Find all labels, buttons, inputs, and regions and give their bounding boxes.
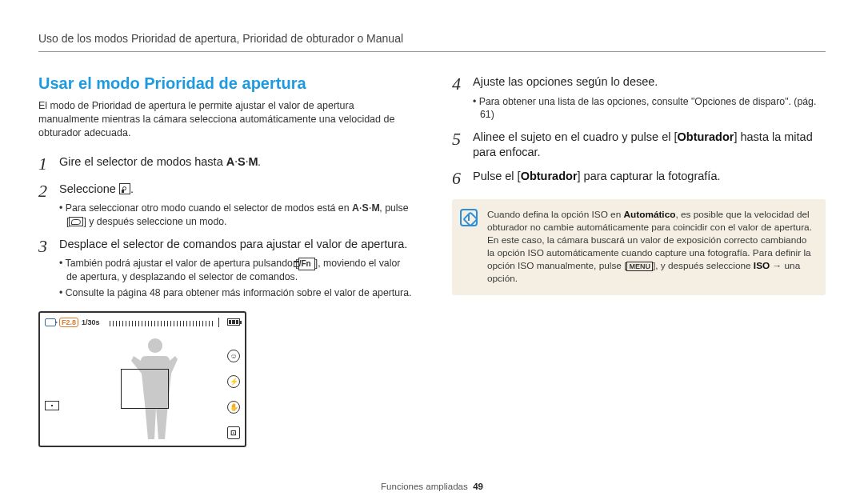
step-text: Seleccione xyxy=(59,182,119,195)
face-detect-icon: ☺ xyxy=(227,350,240,362)
aperture-mode-icon xyxy=(119,183,130,194)
step-bullet: También podrá ajustar el valor de apertu… xyxy=(59,257,412,283)
header-rule xyxy=(38,51,826,52)
info-icon xyxy=(460,209,478,226)
asm-icon: A·S·M xyxy=(352,202,379,214)
step-bullet: Consulte la página 48 para obtener más i… xyxy=(59,286,412,300)
footer-page-number: 49 xyxy=(473,482,483,491)
movie-icon xyxy=(45,318,56,326)
page-footer: Funciones ampliadas 49 xyxy=(0,482,864,491)
step-number: 3 xyxy=(38,237,59,300)
left-column: Usar el modo Prioridad de apertura El mo… xyxy=(38,74,412,447)
step-number: 6 xyxy=(452,169,473,188)
step-text: Pulse el [Obturador] para capturar la fo… xyxy=(473,170,720,182)
step-bullet: Para obtener una lista de las opciones, … xyxy=(473,95,826,122)
step-1: 1 Gire el selector de modos hasta A·S·M. xyxy=(38,154,412,174)
focus-bracket xyxy=(121,369,169,409)
step-text: Alinee el sujeto en el cuadro y pulse el… xyxy=(473,130,813,159)
step-bullet: Para seleccionar otro modo cuando el sel… xyxy=(59,202,412,228)
stabilizer-icon: ✋ xyxy=(227,401,240,414)
step-text-after: . xyxy=(130,182,134,195)
right-column: 4 Ajuste las opciones según lo desee. Pa… xyxy=(452,74,826,447)
page-header: Uso de los modos Prioridad de apertura, … xyxy=(38,32,826,45)
flash-icon: ⚡ xyxy=(227,375,240,388)
step-text-after: . xyxy=(258,155,261,168)
step-4: 4 Ajuste las opciones según lo desee. Pa… xyxy=(452,74,826,122)
step-6: 6 Pulse el [Obturador] para capturar la … xyxy=(452,169,826,188)
step-2: 2 Seleccione . Para seleccionar otro mod… xyxy=(38,182,412,229)
shutter-readout: 1/30s xyxy=(82,318,100,326)
section-title: Usar el modo Prioridad de apertura xyxy=(38,74,412,93)
step-text: Desplace el selector de comandos para aj… xyxy=(59,238,407,250)
step-text: Ajuste las opciones según lo desee. xyxy=(473,75,658,88)
footer-section: Funciones ampliadas xyxy=(381,482,468,491)
exposure-scale xyxy=(106,318,210,326)
asm-icon: A·S·M xyxy=(226,155,258,168)
info-note: Cuando defina la opción ISO en Automátic… xyxy=(452,199,826,295)
step-5: 5 Alinee el sujeto en el cuadro y pulse … xyxy=(452,130,826,161)
step-number: 1 xyxy=(38,154,59,174)
back-key-icon xyxy=(69,217,83,226)
note-text: Cuando defina la opción ISO en Automátic… xyxy=(487,209,812,284)
af-point-icon xyxy=(45,401,59,410)
divider xyxy=(218,318,219,327)
step-number: 2 xyxy=(38,182,59,229)
trash-fn-key-icon: /Fn xyxy=(298,258,315,270)
battery-icon xyxy=(227,318,240,326)
step-number: 5 xyxy=(452,130,473,161)
step-number: 4 xyxy=(452,74,473,122)
step-text: Gire el selector de modos hasta xyxy=(59,155,226,168)
menu-key-icon: MENU xyxy=(626,262,653,271)
metering-icon: ⊡ xyxy=(227,426,240,439)
step-3: 3 Desplace el selector de comandos para … xyxy=(38,237,412,300)
section-intro: El modo de Prioridad de apertura le perm… xyxy=(38,99,412,140)
camera-lcd-illustration: F2.8 1/30s ☺ ⚡ ✋ ⊡ xyxy=(38,311,246,447)
aperture-badge: F2.8 xyxy=(59,318,78,327)
right-indicators: ☺ ⚡ ✋ ⊡ xyxy=(227,350,240,439)
